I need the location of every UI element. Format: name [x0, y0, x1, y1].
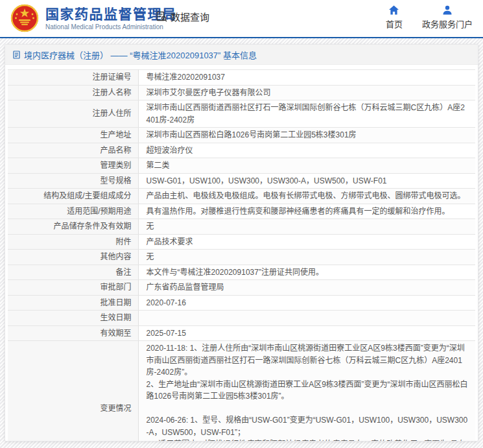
row-label: 产品名称 — [8, 143, 138, 158]
nav-portal-label: 政务服务门户 — [422, 18, 473, 30]
table-row: 适用范围/预期用途具有温热作用。对腰椎退行性病变和腰部神经痛患者的疼痛具有一定的… — [8, 204, 475, 219]
table-row: 审批部门广东省药品监督管理局 — [8, 280, 475, 296]
national-emblem-icon — [10, 4, 39, 32]
nav-portal[interactable]: 政务服务门户 — [422, 5, 473, 30]
nav-data-query[interactable]: 数据查询 — [156, 10, 209, 23]
data-query-label: 数据查询 — [171, 10, 209, 23]
row-label: 注册证编号 — [8, 70, 138, 86]
row-label: 注册人名称 — [8, 85, 138, 100]
table-row: 产品储存条件及有效期无 — [8, 219, 475, 235]
table-row: 结构及组成/主要组成成分产品由主机、电极线及电极组成。电极有长绑带式电极、方绑带… — [8, 189, 475, 204]
table-row: 生产地址深圳市南山区西丽松白路1026号南岗第二工业园5栋3楼301房 — [8, 128, 475, 143]
row-value: 具有温热作用。对腰椎退行性病变和腰部神经痛患者的疼痛具有一定的缓解和治疗作用。 — [138, 204, 475, 219]
row-label: 附件 — [8, 234, 138, 250]
row-value: 粤械注准20202091037 — [138, 70, 475, 86]
table-row: 备注本文件与“粤械注准20202091037”注册证共同使用。 — [8, 265, 475, 280]
nmpa-logo[interactable]: 国家药品监督管理局 National Medical Products Admi… — [10, 4, 177, 32]
data-query-icon — [156, 11, 167, 22]
row-value: 深圳市南山区西丽松白路1026号南岗第二工业园5栋3楼301房 — [138, 128, 475, 143]
table-row: 批准日期2020-07-16 — [8, 295, 475, 311]
row-label: 适用范围/预期用途 — [8, 204, 138, 219]
main-area: 境内医疗器械（注册） —— “粤械注准20202091037” 基本信息 注册证… — [0, 38, 483, 448]
row-value: 产品技术要求 — [138, 234, 475, 250]
row-value: 2025-07-15 — [138, 325, 475, 341]
table-row: 有效期至2025-07-15 — [8, 325, 475, 341]
row-value: 2020-11-18: 1、注册人住所由“深圳市南山区桃源街道田寮工业区A区9栋… — [138, 341, 475, 442]
row-value: USW-G01，USW100，USW300，USW300-A，USW500，US… — [138, 173, 475, 189]
table-row: 生效日期 — [8, 311, 475, 326]
table-row: 型号规格USW-G01，USW100，USW300，USW300-A，USW50… — [8, 173, 475, 189]
table-row: 变更情况2020-11-18: 1、注册人住所由“深圳市南山区桃源街道田寮工业区… — [8, 341, 475, 442]
nav-home-label: 首页 — [386, 18, 403, 30]
row-label: 有效期至 — [8, 325, 138, 341]
home-icon — [388, 5, 399, 15]
row-value: 广东省药品监督管理局 — [138, 280, 475, 296]
user-icon — [442, 5, 453, 15]
row-label: 管理类别 — [8, 158, 138, 174]
content-panel: 境内医疗器械（注册） —— “粤械注准20202091037” 基本信息 注册证… — [5, 44, 478, 442]
row-value: 第二类 — [138, 158, 475, 174]
row-value: 本文件与“粤械注准20202091037”注册证共同使用。 — [138, 265, 475, 280]
row-value: 超短波治疗仪 — [138, 143, 475, 158]
table-row: 注册人名称深圳市艾尔曼医疗电子仪器有限公司 — [8, 85, 475, 100]
org-name-en: National Medical Products Administration — [45, 23, 177, 30]
registration-info-table: 注册证编号粤械注准20202091037注册人名称深圳市艾尔曼医疗电子仪器有限公… — [8, 69, 475, 442]
page-title: 境内医疗器械（注册） —— “粤械注准20202091037” 基本信息 — [24, 49, 257, 61]
site-header: 国家药品监督管理局 National Medical Products Admi… — [0, 0, 483, 37]
row-label: 批准日期 — [8, 295, 138, 311]
row-value: 无 — [138, 219, 475, 235]
table-row: 注册证编号粤械注准20202091037 — [8, 70, 475, 86]
panel-title-bar: 境内医疗器械（注册） —— “粤械注准20202091037” 基本信息 — [5, 45, 478, 65]
row-label: 结构及组成/主要组成成分 — [8, 189, 138, 204]
table-row: 其他内容无 — [8, 250, 475, 265]
table-row: 附件产品技术要求 — [8, 234, 475, 250]
header-right-nav: 首页 政务服务门户 — [386, 5, 473, 30]
row-label: 生效日期 — [8, 311, 138, 326]
row-value — [138, 311, 475, 326]
row-label: 审批部门 — [8, 280, 138, 296]
row-value: 深圳市艾尔曼医疗电子仪器有限公司 — [138, 85, 475, 100]
row-label: 其他内容 — [8, 250, 138, 265]
row-label: 生产地址 — [8, 128, 138, 143]
row-label: 注册人住所 — [8, 100, 138, 128]
nav-home[interactable]: 首页 — [386, 5, 403, 30]
row-value: 产品由主机、电极线及电极组成。电极有长绑带式电极、方绑带式电极、圆绑带式电极可选… — [138, 189, 475, 204]
table-row: 管理类别第二类 — [8, 158, 475, 174]
table-row: 产品名称超短波治疗仪 — [8, 143, 475, 158]
row-value: 深圳市南山区西丽街道西丽社区打石一路深圳国际创新谷七栋（万科云城三期C区九栋）A… — [138, 100, 475, 128]
row-label: 变更情况 — [8, 341, 138, 442]
row-value: 2020-07-16 — [138, 295, 475, 311]
document-icon — [13, 51, 20, 59]
row-value: 无 — [138, 250, 475, 265]
info-table-body: 注册证编号粤械注准20202091037注册人名称深圳市艾尔曼医疗电子仪器有限公… — [8, 70, 475, 442]
row-label: 型号规格 — [8, 173, 138, 189]
row-label: 备注 — [8, 265, 138, 280]
row-label: 产品储存条件及有效期 — [8, 219, 138, 235]
table-row: 注册人住所深圳市南山区西丽街道西丽社区打石一路深圳国际创新谷七栋（万科云城三期C… — [8, 100, 475, 128]
